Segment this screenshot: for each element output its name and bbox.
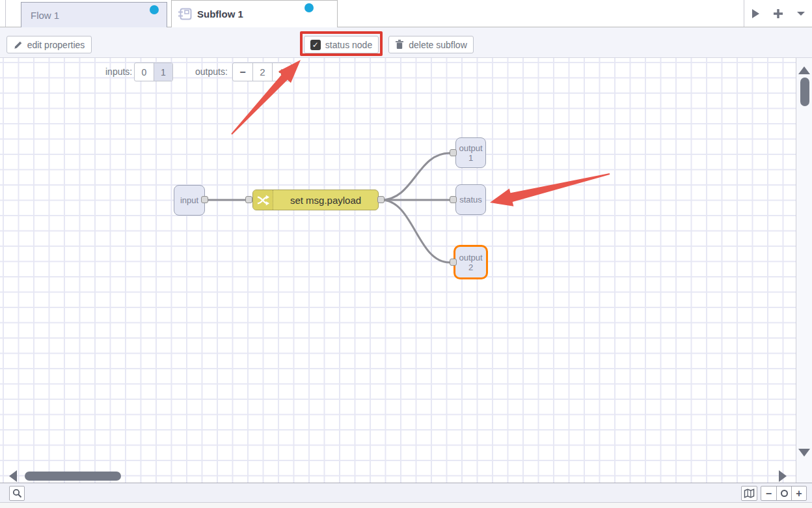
search-icon — [12, 488, 22, 498]
subflow-icon — [178, 8, 192, 20]
vertical-scroll-thumb[interactable] — [800, 78, 809, 106]
status-node-toggle-button[interactable]: ✓ status node — [304, 36, 379, 53]
port-change-out[interactable] — [377, 196, 385, 203]
workspace-tab-bar: Flow 1 Subflow 1 — [0, 0, 812, 27]
inputs-toggle: 0 1 — [134, 63, 173, 81]
change-node-label: set msg.payload — [273, 195, 378, 206]
status-node-label: status node — [325, 40, 372, 50]
port-output-1-in[interactable] — [450, 149, 457, 156]
outputs-value: 2 — [252, 63, 272, 81]
outputs-increment-button[interactable]: + — [272, 63, 291, 81]
add-tab-icon[interactable] — [771, 7, 785, 21]
outputs-decrement-button[interactable]: − — [233, 63, 252, 81]
trash-icon — [395, 40, 404, 49]
zoom-reset-button[interactable] — [776, 487, 791, 500]
search-flows-button[interactable] — [9, 486, 25, 501]
node-subflow-output-2[interactable]: output 2 — [453, 245, 488, 279]
horizontal-scroll-thumb[interactable] — [25, 472, 121, 481]
bottom-edge-strip — [0, 502, 812, 508]
tab-bar-actions — [744, 0, 812, 27]
port-status-in[interactable] — [450, 196, 457, 203]
node-change-set-msg-payload[interactable]: set msg.payload — [252, 190, 379, 210]
tab-flow-1-label: Flow 1 — [31, 10, 59, 21]
delete-subflow-button[interactable]: delete subflow — [388, 36, 474, 53]
outputs-label: outputs: — [195, 66, 228, 77]
zoom-controls: − + — [761, 486, 807, 501]
node-subflow-input[interactable]: input — [174, 185, 205, 216]
horizontal-scrollbar — [0, 470, 796, 482]
outputs-stepper: − 2 + — [232, 63, 291, 81]
shuffle-icon — [257, 194, 269, 206]
expand-tabs-icon[interactable] — [748, 7, 763, 21]
status-node-checkbox[interactable]: ✓ — [310, 40, 321, 50]
canvas-footer-bar: − + — [0, 483, 812, 502]
edit-properties-label: edit properties — [27, 40, 85, 50]
port-input-out[interactable] — [201, 196, 208, 203]
scroll-down-arrow[interactable] — [798, 449, 810, 457]
scroll-right-arrow[interactable] — [779, 470, 787, 482]
zoom-out-button[interactable]: − — [761, 487, 776, 500]
flow-canvas[interactable] — [0, 58, 796, 483]
tab-subflow-1[interactable]: Subflow 1 — [171, 0, 338, 27]
subflow-editor-window: Flow 1 Subflow 1 — [0, 0, 812, 508]
subflow-toolbar: edit properties inputs: 0 1 outputs: − 2… — [0, 27, 812, 58]
delete-subflow-label: delete subflow — [409, 40, 467, 50]
map-icon — [744, 488, 755, 498]
node-subflow-status[interactable]: status — [455, 184, 486, 215]
tab-menu-chevron-icon[interactable] — [794, 7, 808, 21]
change-node-icon-section — [253, 190, 273, 210]
vertical-scrollbar — [796, 58, 812, 483]
edit-properties-button[interactable]: edit properties — [7, 36, 92, 53]
node-subflow-output-1[interactable]: output 1 — [455, 137, 486, 168]
pencil-icon — [14, 40, 23, 49]
circle-icon — [781, 490, 788, 497]
scroll-left-arrow[interactable] — [9, 470, 17, 482]
navigator-toggle-button[interactable] — [741, 486, 757, 501]
tab-flow-1[interactable]: Flow 1 — [21, 2, 167, 27]
scroll-up-arrow[interactable] — [798, 66, 810, 74]
inputs-option-0[interactable]: 0 — [135, 63, 154, 81]
port-change-in[interactable] — [245, 196, 252, 203]
inputs-option-1[interactable]: 1 — [154, 63, 172, 81]
tab-modified-dot — [304, 3, 314, 12]
zoom-in-button[interactable]: + — [791, 487, 806, 500]
tab-modified-dot — [150, 5, 159, 14]
inputs-label: inputs: — [105, 66, 132, 77]
port-output-2-in[interactable] — [450, 259, 457, 266]
tab-subflow-1-label: Subflow 1 — [197, 8, 243, 20]
tab-bar-left-divider — [5, 0, 6, 27]
